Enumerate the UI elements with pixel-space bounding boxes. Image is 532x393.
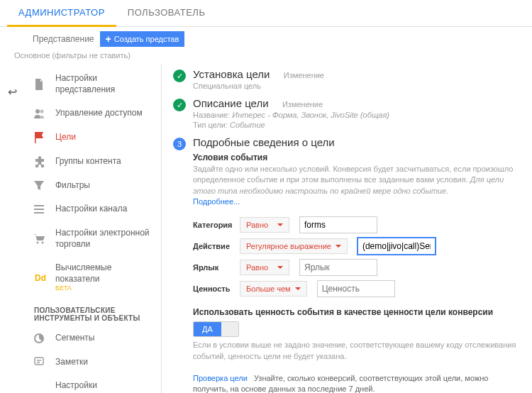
use-event-value-toggle[interactable]: ДА [193,321,239,337]
step-2: ✓ Описание цели Изменение Название: Инте… [173,97,523,129]
sidebar-item-view-settings[interactable]: Настройки представления [24,67,161,101]
label-match-dropdown[interactable]: Равно [240,260,289,275]
sidebar-item-label: Настройки многоканальных последовательно… [55,380,154,393]
sidebar-item-label: Настройки канала [55,204,127,215]
caret-icon [336,245,341,248]
dd-icon: Dd [34,273,47,283]
sidebar-item-access[interactable]: Управление доступом [24,101,161,126]
sidebar-item-label: Настройки электронной торговли [55,228,154,250]
category-match-dropdown[interactable]: Равно [240,217,289,233]
sidebar: Настройки представления Управление досту… [24,64,162,393]
subheader: Представление + Создать представ [0,27,532,50]
step-2-type: Тип цели: Событие [193,121,523,129]
row-label-field: Ярлык Равно [193,259,523,276]
sidebar-item-goals[interactable]: Цели [24,126,161,150]
row-label: Ярлык [193,263,234,272]
verify-section: Проверка цели Узнайте, сколько конверсий… [193,373,523,393]
create-view-button[interactable]: + Создать представ [100,31,185,47]
flag-icon [34,132,47,143]
category-input[interactable] [299,216,377,233]
svg-rect-2 [34,205,44,206]
sidebar-item-filters[interactable]: Фильтры [24,174,161,198]
svg-point-5 [37,241,39,243]
action-match-dropdown[interactable]: Регулярное выражение [240,238,348,254]
list-icon [34,205,47,214]
conditions-desc: Задайте одно или несколько условий. Конв… [193,164,523,196]
sidebar-item-label: Управление доступом [55,108,143,119]
svg-rect-8 [35,358,43,365]
row-label: Действие [193,242,234,250]
sidebar-item-label: Фильтры [55,180,90,192]
step-2-change[interactable]: Изменение [282,100,323,109]
plus-icon: + [106,35,111,43]
row-label: Ценность [193,284,234,293]
toggle-desc: Если в условии выше не задано значение, … [193,340,523,362]
sidebar-item-content-groups[interactable]: Группы контента [24,150,161,174]
caret-icon [277,223,283,226]
use-event-value-label: Использовать ценность события в качестве… [193,307,523,317]
value-match-dropdown[interactable]: Больше чем [240,281,307,297]
cart-icon [34,234,47,244]
row-action: Действие Регулярное выражение [193,238,523,255]
caret-icon [295,287,301,290]
sidebar-item-multichannel[interactable]: Настройки многоканальных последовательно… [24,374,161,393]
sidebar-item-segments[interactable]: Сегменты [24,326,161,350]
step-1-title[interactable]: Установка цели [193,68,270,80]
back-icon[interactable]: ↩ [8,86,17,98]
tab-admin[interactable]: АДМИНИСТРАТОР [7,0,116,27]
check-icon: ✓ [173,70,186,82]
svg-point-6 [42,241,44,243]
create-view-label: Создать представ [114,35,179,43]
user-icon [34,109,47,118]
svg-point-1 [40,109,44,113]
step-3-title: Подробные сведения о цели [193,136,335,148]
step-2-title[interactable]: Описание цели [193,97,269,109]
row-value: Ценность Больше чем [193,280,523,297]
step-1: ✓ Установка цели Изменение Специальная ц… [173,68,523,90]
sidebar-item-label: Заметки [55,357,88,368]
sidebar-item-notes[interactable]: Заметки [24,350,161,375]
tab-user[interactable]: ПОЛЬЗОВАТЕЛЬ [116,0,217,26]
step-3-badge: 3 [173,138,186,150]
top-tabs: АДМИНИСТРАТОР ПОЛЬЗОВАТЕЛЬ [0,0,532,27]
check-icon: ✓ [173,99,186,111]
sidebar-item-channel-settings[interactable]: Настройки канала [24,197,161,221]
sidebar-section-header: ПОЛЬЗОВАТЕЛЬСКИЕ ИНСТРУМЕНТЫ И ОБЪЕКТЫ [24,299,161,326]
caret-icon [277,266,283,269]
toggle-off [221,322,238,336]
sidebar-item-ecommerce[interactable]: Настройки электронной торговли [24,221,161,256]
view-label: Представление [33,34,94,44]
sidebar-item-label: Вычисляемые показателиБЕТА [55,262,154,293]
sidebar-item-label: Настройки представления [55,73,154,95]
label-input[interactable] [299,259,377,276]
sidebar-item-calc-metrics[interactable]: Dd Вычисляемые показателиБЕТА [24,256,161,299]
learn-more-link[interactable]: Подробнее... [193,197,240,206]
row-category: Категория Равно [193,216,523,233]
main-content: ✓ Установка цели Изменение Специальная ц… [162,64,532,393]
value-input[interactable] [317,280,395,297]
svg-rect-4 [34,212,44,214]
toggle-on: ДА [194,322,221,336]
step-1-change[interactable]: Изменение [284,71,324,79]
row-label: Категория [193,221,234,229]
note-icon [34,357,47,367]
conditions-title: Условия события [193,153,523,162]
sidebar-item-label: Группы контента [55,156,121,167]
sidebar-item-label: Сегменты [55,333,94,344]
file-icon [34,79,47,90]
step-1-sub: Специальная цель [193,82,523,90]
step-2-name: Название: Интерес - Форма, Звонок, JivoS… [193,111,523,119]
step-3: 3 Подробные сведения о цели Условия собы… [173,136,523,393]
action-input[interactable] [358,238,436,255]
pie-icon [34,333,47,343]
sidebar-item-label: Цели [55,132,76,143]
puzzle-icon [34,156,47,167]
svg-point-0 [35,109,40,114]
funnel-icon [34,181,47,191]
verify-goal-link[interactable]: Проверка цели [193,374,248,382]
svg-rect-3 [34,209,44,210]
filters-note: Основное (фильтры не ставить) [0,50,532,64]
conditions-table: Категория Равно Действие Регулярное выра… [193,216,523,297]
